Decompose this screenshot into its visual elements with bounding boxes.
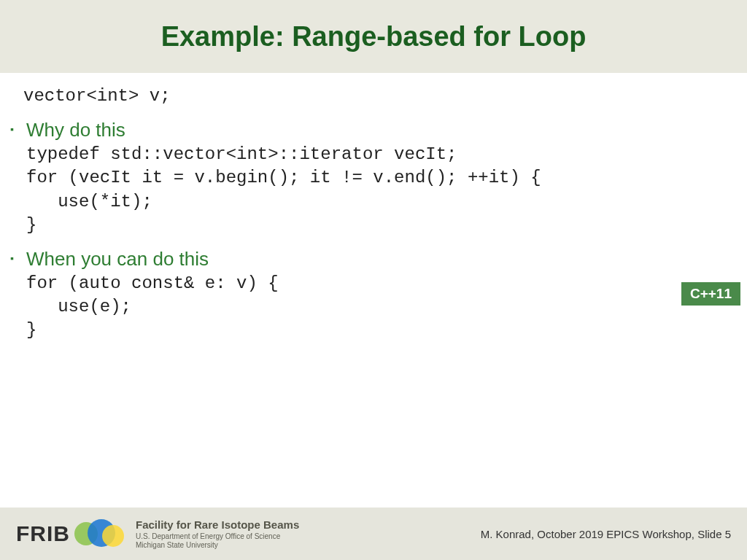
facility-sub: U.S. Department of Energy Office of Scie…	[136, 532, 299, 541]
slide: Example: Range-based for Loop vector<int…	[0, 0, 747, 560]
bullet-when: When you can do this for (auto const& e:…	[23, 248, 724, 343]
cpp11-badge: C++11	[681, 282, 740, 306]
logo-circle	[102, 525, 124, 547]
intro-code: vector<int> v;	[23, 86, 724, 106]
code-block-when: for (auto const& e: v) { use(e); }	[26, 272, 724, 343]
facility-sub: Michigan State University	[136, 541, 299, 550]
bullet-heading: Why do this	[26, 119, 724, 141]
facility-name: Facility for Rare Isotope Beams	[136, 518, 299, 532]
footer-right: M. Konrad, October 2019 EPICS Workshop, …	[481, 528, 731, 540]
footer: FRIB Facility for Rare Isotope Beams U.S…	[0, 508, 747, 560]
bullet-heading: When you can do this	[26, 248, 724, 271]
frib-logo-text: FRIB	[16, 521, 70, 546]
slide-title: Example: Range-based for Loop	[161, 21, 587, 52]
content-area: vector<int> v; Why do this typedef std::…	[0, 73, 747, 343]
facility-block: Facility for Rare Isotope Beams U.S. Dep…	[136, 518, 299, 550]
title-bar: Example: Range-based for Loop	[0, 0, 747, 73]
bullet-why: Why do this typedef std::vector<int>::it…	[23, 119, 724, 238]
frib-logo-icon	[74, 518, 125, 550]
code-block-why: typedef std::vector<int>::iterator vecIt…	[26, 143, 724, 238]
